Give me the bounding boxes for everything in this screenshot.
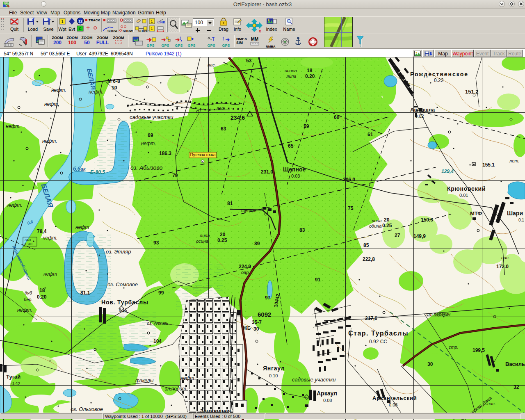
svg-text:75: 75 [348, 205, 354, 211]
svg-text:садовые участки: садовые участки [292, 377, 336, 383]
svg-text:340: 340 [25, 238, 31, 242]
svg-text:пас.: пас. [217, 106, 225, 111]
svg-text:оз. Ольховое: оз. Ольховое [71, 406, 103, 412]
svg-text:бер.: бер. [24, 297, 32, 302]
svg-text:155.1: 155.1 [482, 162, 495, 168]
svg-text:C: C [79, 27, 82, 31]
svg-text:231,0: 231,0 [261, 169, 273, 175]
svg-text:79: 79 [172, 173, 178, 178]
svg-text:1: 1 [61, 19, 64, 24]
svg-text:89: 89 [254, 241, 260, 247]
svg-text:ст.перекач: ст.перекач [427, 312, 451, 317]
svg-text:0.08: 0.08 [323, 398, 332, 403]
svg-text:Рождественское: Рождественское [410, 71, 468, 78]
svg-text:172.0: 172.0 [496, 264, 509, 269]
svg-text:1: 1 [151, 19, 153, 23]
svg-text:Путевая точка: Путевая точка [190, 152, 216, 157]
svg-text:224,9: 224,9 [239, 264, 251, 269]
svg-text:18: 18 [307, 68, 313, 73]
svg-text:Тугай: Тугай [6, 374, 21, 380]
svg-text:лет.: лет. [509, 158, 519, 163]
svg-text:10: 10 [112, 85, 117, 91]
svg-text:217,6: 217,6 [365, 315, 377, 321]
svg-text:63: 63 [221, 126, 226, 132]
svg-text:SHOW: SHOW [123, 29, 133, 33]
svg-text:Щепное: Щепное [283, 166, 306, 173]
svg-text:нефт.: нефт. [42, 138, 57, 144]
svg-text:садовые участки: садовые участки [130, 114, 173, 120]
svg-text:0.16: 0.16 [119, 308, 127, 313]
svg-text:Янгаул: Янгаул [263, 365, 285, 372]
svg-text:нефт: нефт [43, 271, 57, 277]
svg-text:TRACK: TRACK [89, 18, 100, 22]
svg-text:Б-80.5: Б-80.5 [90, 169, 105, 175]
svg-text:Щепное: Щепное [241, 208, 256, 213]
svg-text:18: 18 [39, 288, 45, 293]
svg-text:Аркаул: Аркаул [317, 390, 337, 397]
svg-text:30: 30 [253, 326, 259, 332]
svg-text:оз. Ачкизь: оз. Ачкизь [147, 321, 169, 326]
svg-text:61: 61 [368, 132, 373, 137]
svg-text:стр.: стр. [449, 345, 459, 349]
svg-text:30: 30 [427, 361, 433, 367]
svg-text:91: 91 [315, 277, 321, 283]
svg-text:пас.: пас. [208, 62, 216, 67]
svg-text:6092: 6092 [258, 311, 271, 318]
svg-text:нефт: нефт [180, 375, 194, 381]
svg-text:20: 20 [384, 217, 390, 223]
svg-text:осина: осина [196, 239, 208, 244]
svg-text:0.25: 0.25 [217, 237, 227, 243]
svg-text:факелы: факелы [135, 378, 153, 383]
svg-text:одина: одина [369, 224, 382, 228]
svg-text:LINE: LINE [158, 21, 165, 24]
svg-text:ЖБ: ЖБ [242, 325, 251, 331]
svg-text:129,4: 129,4 [441, 169, 454, 174]
svg-text:Стар. Турбаслы: Стар. Турбаслы [348, 330, 409, 337]
svg-text:35-7: 35-7 [252, 320, 262, 325]
svg-text:осина: осина [285, 68, 297, 73]
svg-text:85: 85 [363, 242, 369, 248]
svg-text:0.01: 0.01 [459, 193, 468, 198]
svg-text:б.бак: б.бак [73, 166, 86, 172]
svg-text:0.22: 0.22 [434, 78, 444, 83]
svg-text:0.92 СС: 0.92 СС [369, 339, 387, 345]
svg-text:0.25: 0.25 [382, 223, 392, 228]
svg-text:нефт.: нефт. [7, 202, 22, 208]
svg-text:27: 27 [395, 233, 400, 238]
svg-text:93: 93 [153, 240, 159, 246]
svg-text:199,5: 199,5 [472, 347, 485, 353]
svg-text:оз. Сомовое: оз. Сомовое [107, 281, 138, 288]
svg-text:206,0: 206,0 [343, 177, 355, 183]
svg-text:нефт.: нефт. [6, 123, 21, 129]
svg-text:81.1: 81.1 [80, 290, 90, 296]
svg-text:М 6-8: М 6-8 [107, 78, 120, 84]
svg-text:нефт.: нефт. [43, 235, 57, 241]
svg-text:1: 1 [151, 27, 153, 31]
svg-text:0.20: 0.20 [305, 73, 315, 79]
svg-text:97: 97 [265, 295, 271, 301]
svg-text:0.03: 0.03 [291, 173, 300, 178]
svg-text:x: x [259, 29, 261, 33]
svg-text:222,8: 222,8 [363, 256, 375, 262]
svg-text:149,9: 149,9 [413, 233, 426, 239]
svg-text:МТФ: МТФ [470, 210, 482, 217]
svg-text:липа: липа [371, 218, 382, 223]
svg-text:Архангельский: Архангельский [372, 395, 417, 401]
svg-text:151,2: 151,2 [465, 89, 479, 95]
svg-text:104: 104 [153, 338, 162, 344]
svg-text:65: 65 [288, 143, 294, 149]
svg-text:Шари: Шари [507, 210, 523, 217]
svg-text:SHOW: SHOW [107, 29, 117, 33]
svg-text:нефт.: нефт. [51, 87, 66, 93]
svg-text:нефт.: нефт. [141, 141, 156, 146]
svg-text:оз. Этляр: оз. Этляр [106, 249, 131, 255]
svg-text:0.1: 0.1 [518, 218, 524, 222]
svg-text:32: 32 [514, 384, 519, 390]
svg-text:Крюновский: Крюновский [447, 185, 486, 192]
svg-text:Ашкашла: Ашкашла [410, 107, 435, 113]
svg-text:пас.: пас. [501, 255, 510, 260]
svg-text:186.3: 186.3 [159, 151, 171, 156]
svg-text:60: 60 [334, 114, 340, 120]
svg-text:234,6: 234,6 [231, 114, 245, 121]
svg-text:липа: липа [286, 74, 297, 79]
